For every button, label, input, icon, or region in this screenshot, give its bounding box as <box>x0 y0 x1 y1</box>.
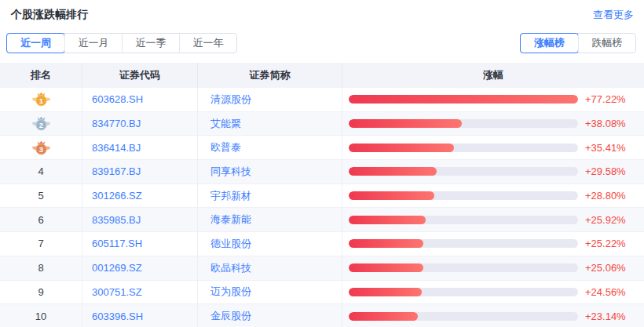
period-tab-group: 近一周 近一月 近一季 近一年 <box>6 33 237 53</box>
rank-cell: 1 <box>0 88 82 111</box>
name-cell: 清源股份 <box>198 88 342 111</box>
change-cell: +35.41% <box>342 136 644 159</box>
stock-code[interactable]: 301266.SZ <box>92 190 142 202</box>
change-percent: +38.08% <box>585 118 635 129</box>
rank-medal-icon: 3 <box>31 140 51 155</box>
name-cell: 德业股份 <box>198 232 342 256</box>
table-row[interactable]: 1 603628.SH 清源股份 +77.22% <box>0 88 644 112</box>
stock-code[interactable]: 839167.BJ <box>92 165 141 177</box>
code-cell: 835985.BJ <box>82 208 198 231</box>
change-percent: +24.56% <box>585 286 635 298</box>
tab-period-year[interactable]: 近一年 <box>179 34 236 53</box>
rank-medal-icon: 2 <box>31 116 51 131</box>
change-bar-fill <box>349 239 423 248</box>
stock-name[interactable]: 同享科技 <box>210 165 251 179</box>
name-cell: 迈为股份 <box>198 281 342 304</box>
code-cell: 836414.BJ <box>82 136 198 159</box>
rank-number: 9 <box>38 286 43 298</box>
page-title: 个股涨跌幅排行 <box>11 8 88 22</box>
change-bar-fill <box>349 312 418 321</box>
rank-medal: 2 <box>31 116 51 131</box>
tab-period-quarter[interactable]: 近一季 <box>122 34 179 53</box>
change-bar-fill <box>349 263 423 272</box>
change-cell: +25.22% <box>342 232 644 256</box>
table-row[interactable]: 2 834770.BJ 艾能聚 +38.08% <box>0 112 644 136</box>
table-row[interactable]: 5 301266.SZ 宇邦新材 +28.80% <box>0 184 644 209</box>
change-bar-track <box>349 119 578 128</box>
column-header-change: 涨幅 <box>342 63 644 88</box>
rank-cell: 6 <box>0 208 82 231</box>
rank-cell: 3 <box>0 136 82 159</box>
panel-header: 个股涨跌幅排行 查看更多 <box>0 0 644 22</box>
name-cell: 欧普泰 <box>198 136 342 159</box>
stock-ranking-panel: 个股涨跌幅排行 查看更多 近一周 近一月 近一季 近一年 涨幅榜 跌幅榜 排名 … <box>0 0 644 327</box>
stock-code[interactable]: 300751.SZ <box>92 286 142 298</box>
tab-period-week[interactable]: 近一周 <box>7 34 64 53</box>
table-row[interactable]: 8 001269.SZ 欧晶科技 +25.06% <box>0 256 644 281</box>
change-bar-fill <box>349 119 462 128</box>
change-percent: +35.41% <box>585 142 635 154</box>
change-bar-fill <box>349 216 426 224</box>
stock-code[interactable]: 605117.SH <box>92 238 142 249</box>
code-cell: 603628.SH <box>82 88 198 111</box>
table-row[interactable]: 7 605117.SH 德业股份 +25.22% <box>0 232 644 256</box>
stock-name[interactable]: 欧普泰 <box>210 140 241 154</box>
change-cell: +25.06% <box>342 256 644 280</box>
code-cell: 834770.BJ <box>82 112 198 136</box>
stock-name[interactable]: 艾能聚 <box>210 117 241 131</box>
change-bar-track <box>349 167 578 176</box>
stock-name[interactable]: 迈为股份 <box>210 285 251 299</box>
rank-cell: 5 <box>0 184 82 208</box>
tab-period-month[interactable]: 近一月 <box>64 34 122 53</box>
stock-name[interactable]: 德业股份 <box>210 237 251 251</box>
change-bar-fill <box>349 288 422 296</box>
change-bar-track <box>349 312 578 321</box>
change-cell: +23.14% <box>342 304 644 327</box>
ranking-table: 排名 证券代码 证券简称 涨幅 1 603628.SH 清源股份 +77.22%… <box>0 63 644 327</box>
stock-name[interactable]: 宇邦新材 <box>210 189 251 203</box>
stock-code[interactable]: 603628.SH <box>92 93 143 105</box>
svg-text:1: 1 <box>38 96 43 105</box>
name-cell: 艾能聚 <box>198 112 342 136</box>
stock-name[interactable]: 海泰新能 <box>210 213 251 227</box>
tab-gainers[interactable]: 涨幅榜 <box>521 34 578 53</box>
code-cell: 605117.SH <box>82 232 198 256</box>
rank-medal: 1 <box>31 92 51 107</box>
stock-name[interactable]: 欧晶科技 <box>210 261 251 275</box>
change-bar-track <box>349 239 578 248</box>
stock-code[interactable]: 834770.BJ <box>92 118 141 129</box>
table-row[interactable]: 6 835985.BJ 海泰新能 +25.92% <box>0 208 644 232</box>
change-bar-track <box>349 144 578 152</box>
rank-cell: 7 <box>0 232 82 256</box>
name-cell: 金辰股份 <box>198 304 342 327</box>
change-bar-fill <box>349 95 578 104</box>
column-header-name: 证券简称 <box>198 63 342 88</box>
tab-losers[interactable]: 跌幅榜 <box>578 34 635 53</box>
stock-name[interactable]: 金辰股份 <box>210 309 251 323</box>
column-header-code: 证券代码 <box>82 63 198 88</box>
change-cell: +24.56% <box>342 281 644 304</box>
code-cell: 603396.SH <box>82 304 198 327</box>
stock-code[interactable]: 835985.BJ <box>92 214 141 226</box>
stock-code[interactable]: 836414.BJ <box>92 142 141 154</box>
stock-code[interactable]: 001269.SZ <box>92 262 142 274</box>
table-row[interactable]: 4 839167.BJ 同享科技 +29.58% <box>0 160 644 184</box>
table-row[interactable]: 9 300751.SZ 迈为股份 +24.56% <box>0 281 644 305</box>
view-more-link[interactable]: 查看更多 <box>593 8 634 22</box>
change-cell: +29.58% <box>342 160 644 183</box>
table-body: 1 603628.SH 清源股份 +77.22% 2 834770.BJ 艾能聚 <box>0 88 644 327</box>
table-row[interactable]: 10 603396.SH 金辰股份 +23.14% <box>0 304 644 327</box>
toolbar: 近一周 近一月 近一季 近一年 涨幅榜 跌幅榜 <box>0 33 644 53</box>
change-percent: +25.06% <box>585 262 635 274</box>
rank-number: 6 <box>38 214 43 226</box>
change-percent: +29.58% <box>585 165 635 177</box>
stock-name[interactable]: 清源股份 <box>210 93 251 107</box>
table-row[interactable]: 3 836414.BJ 欧普泰 +35.41% <box>0 136 644 160</box>
rank-number: 7 <box>38 238 43 249</box>
rank-cell: 2 <box>0 112 82 136</box>
change-cell: +77.22% <box>342 88 644 111</box>
stock-code[interactable]: 603396.SH <box>92 311 143 322</box>
change-cell: +28.80% <box>342 184 644 208</box>
change-bar-track <box>349 95 578 104</box>
name-cell: 同享科技 <box>198 160 342 183</box>
